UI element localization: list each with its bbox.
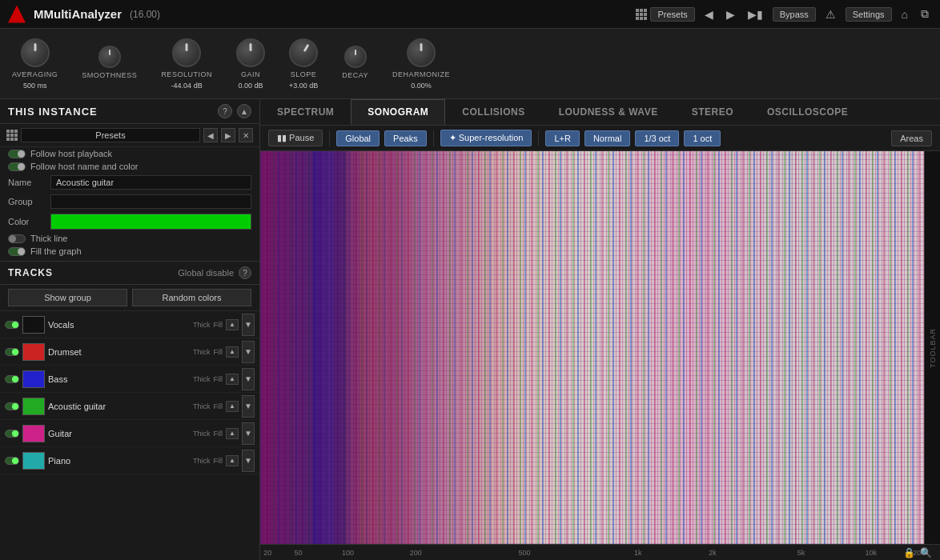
follow-name-toggle[interactable]	[8, 162, 26, 171]
resolution-knob[interactable]	[172, 38, 201, 67]
follow-playback-toggle[interactable]	[8, 150, 26, 158]
track-color-piano[interactable]	[22, 452, 45, 470]
track-fill-acoustic[interactable]: Fill	[214, 402, 223, 410]
preset-next-btn[interactable]: ▶	[221, 128, 235, 142]
slope-group: SLOPE +3.00 dB	[289, 38, 318, 90]
track-color-bass[interactable]	[22, 370, 45, 388]
external-icon[interactable]: ⧉	[918, 6, 932, 22]
track-fill-vocals[interactable]: Fill	[214, 321, 223, 329]
instance-controls: ? ▲	[218, 104, 251, 118]
track-menu-acoustic[interactable]: ▼	[242, 395, 255, 418]
tab-loudness-wave[interactable]: LOUDNESS & WAVE	[542, 99, 675, 125]
track-up-piano[interactable]: ▲	[226, 455, 239, 466]
name-input[interactable]	[50, 175, 251, 190]
freq-button[interactable]: 1/3 oct	[635, 130, 679, 146]
group-input[interactable]	[50, 194, 251, 209]
track-thick-bass[interactable]: Thick	[193, 375, 211, 383]
settings-button[interactable]: Settings	[846, 7, 892, 22]
track-enable-toggle-bass[interactable]	[5, 375, 19, 383]
track-color-guitar[interactable]	[22, 425, 45, 442]
track-menu-vocals[interactable]: ▼	[242, 314, 255, 336]
track-menu-drumset[interactable]: ▼	[242, 341, 255, 363]
areas-button[interactable]: Areas	[891, 130, 932, 146]
track-up-drumset[interactable]: ▲	[226, 346, 239, 358]
bypass-button[interactable]: Bypass	[773, 7, 816, 22]
track-enable-toggle-vocals[interactable]	[5, 321, 19, 329]
preset-prev-btn[interactable]: ◀	[203, 128, 218, 142]
random-colors-button[interactable]: Random colors	[132, 289, 251, 306]
prev-preset-button[interactable]: ◀	[701, 6, 717, 22]
resolution-label: RESOLUTION	[161, 70, 212, 78]
deharmonize-knob[interactable]	[407, 38, 436, 67]
smoothness-knob[interactable]	[98, 46, 121, 68]
tab-oscilloscope[interactable]: OSCILLOSCOPE	[750, 99, 865, 125]
presets-button[interactable]: Presets	[650, 7, 694, 22]
track-up-bass[interactable]: ▲	[226, 374, 239, 385]
toolbar-divider-3	[538, 130, 539, 146]
track-thick-piano[interactable]: Thick	[193, 457, 211, 465]
track-up-guitar[interactable]: ▲	[226, 428, 239, 439]
track-up-acoustic[interactable]: ▲	[226, 401, 239, 412]
help-button[interactable]: ?	[218, 104, 232, 118]
expand-button[interactable]: ▲	[237, 104, 251, 118]
color-picker[interactable]	[50, 214, 251, 230]
decay-knob[interactable]	[344, 46, 367, 68]
ruler-200: 200	[410, 549, 422, 557]
fill-graph-toggle[interactable]	[8, 247, 26, 256]
zoom-icon[interactable]: 🔍	[920, 547, 932, 558]
track-color-drumset[interactable]	[22, 343, 45, 361]
slope-knob[interactable]	[283, 33, 323, 72]
track-fill-drumset[interactable]: Fill	[214, 348, 223, 356]
preset-close-btn[interactable]: ✕	[239, 128, 253, 142]
oct-button[interactable]: 1 oct	[684, 130, 721, 146]
presets-name-input[interactable]	[21, 128, 200, 142]
track-fill-bass[interactable]: Fill	[214, 375, 223, 383]
averaging-value: 500 ms	[23, 82, 47, 90]
sonogram-toolbar: ▮▮ Pause Global Peaks ✦ Super-resolution…	[260, 126, 940, 151]
track-enable-toggle-guitar[interactable]	[5, 430, 19, 438]
tab-spectrum[interactable]: SPECTRUM	[260, 99, 351, 125]
track-enable-toggle-acoustic[interactable]	[5, 402, 19, 410]
normal-button[interactable]: Normal	[584, 130, 630, 146]
track-thick-fill-vocals: Thick Fill	[193, 321, 223, 329]
super-resolution-button[interactable]: ✦ Super-resolution	[440, 130, 532, 146]
pause-button[interactable]: ▮▮ Pause	[268, 130, 323, 146]
peaks-button[interactable]: Peaks	[384, 130, 427, 146]
track-name-bass: Bass	[48, 374, 190, 384]
lock-icon[interactable]: 🔒	[903, 547, 915, 558]
lr-button[interactable]: L+R	[545, 130, 580, 146]
track-menu-bass[interactable]: ▼	[242, 368, 255, 390]
track-enable-toggle-piano[interactable]	[5, 457, 19, 465]
track-menu-guitar[interactable]: ▼	[242, 422, 255, 445]
tab-collisions[interactable]: COLLISIONS	[445, 99, 541, 125]
track-thick-acoustic[interactable]: Thick	[193, 402, 211, 410]
thick-line-toggle[interactable]	[8, 234, 26, 243]
track-arrows-piano: ▲	[226, 455, 239, 466]
gain-knob[interactable]	[236, 38, 265, 67]
track-thick-vocals[interactable]: Thick	[193, 321, 211, 329]
tracks-help-btn[interactable]: ?	[239, 266, 251, 279]
track-fill-guitar[interactable]: Fill	[214, 430, 223, 438]
track-menu-piano[interactable]: ▼	[242, 450, 255, 472]
global-disable-label[interactable]: Global disable	[178, 268, 234, 278]
track-thick-guitar[interactable]: Thick	[193, 430, 211, 438]
track-color-vocals[interactable]	[22, 316, 45, 334]
track-color-acoustic[interactable]	[22, 398, 45, 415]
track-thick-drumset[interactable]: Thick	[193, 348, 211, 356]
tab-stereo[interactable]: STEREO	[675, 99, 750, 125]
tab-sonogram[interactable]: SONOGRAM	[351, 99, 445, 125]
ruler-50: 50	[294, 549, 302, 557]
home-icon[interactable]: ⌂	[898, 6, 911, 22]
track-up-vocals[interactable]: ▲	[226, 319, 239, 330]
global-button[interactable]: Global	[336, 130, 380, 146]
sonogram-display[interactable]	[260, 151, 924, 544]
name-label: Name	[8, 178, 44, 187]
track-fill-piano[interactable]: Fill	[214, 457, 223, 465]
record-button[interactable]: ▶▮	[745, 6, 766, 22]
next-preset-button[interactable]: ▶	[723, 6, 738, 22]
track-enable-toggle-drumset[interactable]	[5, 348, 19, 356]
ruler-500: 500	[519, 549, 531, 557]
show-group-button[interactable]: Show group	[8, 289, 127, 306]
toolbar-divider-2	[433, 130, 434, 146]
averaging-knob[interactable]	[21, 38, 50, 67]
